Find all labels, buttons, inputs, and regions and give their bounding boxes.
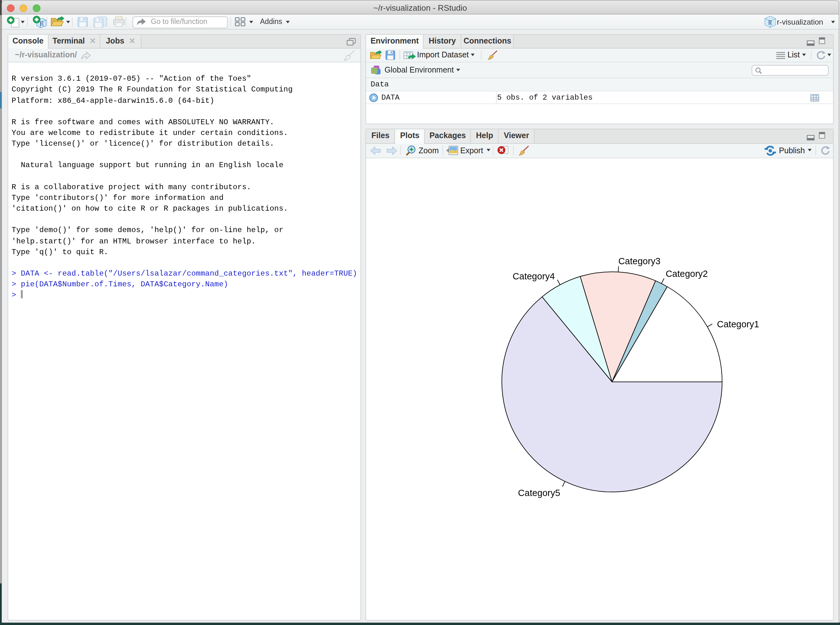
svg-text:R: R (768, 19, 773, 26)
svg-text:Category5: Category5 (518, 488, 560, 498)
svg-text:Category4: Category4 (513, 271, 555, 281)
svg-text:Category2: Category2 (666, 268, 708, 278)
svg-text:Category1: Category1 (717, 319, 759, 329)
svg-text:R: R (40, 20, 44, 27)
svg-text:Category3: Category3 (619, 256, 661, 266)
